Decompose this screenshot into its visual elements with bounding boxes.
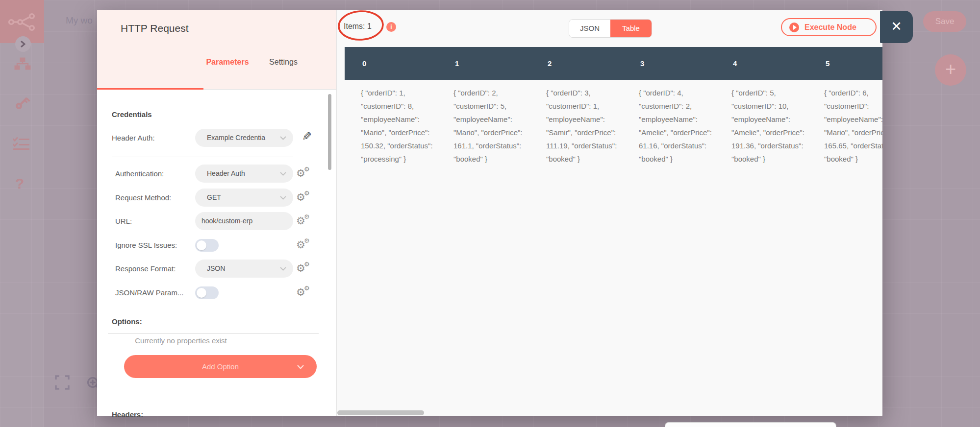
field-label: JSON/RAW Param...	[115, 284, 183, 302]
field-options-gear-icon[interactable]: ⚙⚙	[296, 166, 314, 181]
credential-label: Header Auth:	[112, 129, 155, 147]
table-cell: { "orderID": 6, "customerID": "employeeN…	[808, 80, 882, 197]
table-cell: { "orderID": 5, "customerID": 10, "emplo…	[715, 80, 808, 197]
output-view-toggle: JSON Table	[569, 19, 652, 38]
view-toggle-table[interactable]: Table	[610, 20, 652, 37]
ignore-ssl-toggle[interactable]	[195, 239, 219, 252]
field-label: Response Format:	[115, 260, 176, 278]
workflow-sitemap-icon[interactable]	[14, 57, 31, 73]
credentials-section-title: Credentials	[112, 110, 152, 119]
node-settings-panel: HTTP Request Parameters Settings Credent…	[97, 10, 336, 416]
output-table-row: { "orderID": 1, "customerID": 8, "employ…	[345, 80, 882, 197]
field-row-response-format: Response Format: JSON ⚙⚙	[112, 260, 323, 278]
toggle-knob	[197, 240, 206, 250]
column-header: 5	[808, 47, 882, 80]
chevron-down-icon	[280, 267, 286, 271]
view-toggle-json[interactable]: JSON	[569, 20, 610, 37]
field-value: GET	[207, 193, 221, 201]
info-icon[interactable]: i	[386, 22, 396, 32]
field-row-request-method: Request Method: GET ⚙⚙	[112, 189, 323, 207]
checklist-icon[interactable]	[13, 137, 29, 152]
column-header: 1	[437, 47, 530, 80]
key-icon[interactable]	[13, 94, 31, 114]
table-cell: { "orderID": 2, "customerID": 5, "employ…	[437, 80, 530, 197]
save-button[interactable]: Save	[923, 11, 966, 32]
field-label: Authentication:	[115, 165, 164, 183]
tab-parameters[interactable]: Parameters	[203, 58, 252, 67]
sidebar-collapse-button[interactable]	[15, 36, 31, 52]
response-format-select[interactable]: JSON	[195, 260, 293, 278]
table-cell: { "orderID": 3, "customerID": 1, "employ…	[530, 80, 623, 197]
field-label: Request Method:	[115, 189, 171, 207]
field-value: JSON	[207, 264, 225, 272]
field-options-gear-icon[interactable]: ⚙⚙	[296, 285, 314, 300]
play-icon	[789, 23, 799, 32]
divider	[112, 157, 293, 157]
table-cell: { "orderID": 4, "customerID": 2, "employ…	[623, 80, 715, 197]
field-options-gear-icon[interactable]: ⚙⚙	[296, 261, 314, 276]
parameters-scrollbar[interactable]	[328, 94, 331, 170]
divider	[108, 333, 319, 334]
node-output-panel: Items: 1 i JSON Table Execute Node 0 1 2…	[336, 10, 882, 416]
field-row-ignore-ssl: Ignore SSL Issues: ⚙⚙	[112, 236, 323, 254]
column-header: 0	[345, 47, 437, 80]
request-method-select[interactable]: GET	[195, 189, 293, 207]
column-header: 4	[715, 47, 808, 80]
credential-select[interactable]: Example Credentia	[195, 129, 293, 147]
url-input[interactable]: hook/custom-erp	[195, 212, 293, 230]
credential-value: Example Credentia	[207, 134, 265, 142]
field-row-json-raw: JSON/RAW Param... ⚙⚙	[112, 284, 323, 302]
node-title: HTTP Request	[121, 23, 189, 34]
execute-node-label: Execute Node	[804, 23, 856, 32]
table-cell: { "orderID": 1, "customerID": 8, "employ…	[345, 80, 437, 197]
tab-baseline	[203, 89, 336, 90]
items-count-label: Items: 1	[344, 22, 372, 31]
field-label: URL:	[115, 212, 132, 230]
add-option-label: Add Option	[202, 362, 239, 371]
field-options-gear-icon[interactable]: ⚙⚙	[296, 190, 314, 205]
bottom-partial-popup	[665, 422, 836, 427]
chevron-down-icon	[280, 136, 286, 140]
credential-row: Header Auth: Example Credentia ✎	[112, 129, 323, 147]
field-options-gear-icon[interactable]: ⚙⚙	[296, 238, 314, 253]
app-sidebar: ?	[0, 0, 44, 427]
output-table-header: 0 1 2 3 4 5	[345, 47, 882, 80]
field-options-gear-icon[interactable]: ⚙⚙	[296, 214, 314, 229]
column-header: 2	[530, 47, 623, 80]
field-row-url: URL: hook/custom-erp ⚙⚙	[112, 212, 323, 230]
chevron-down-icon	[280, 196, 286, 200]
node-detail-modal: HTTP Request Parameters Settings Credent…	[97, 10, 882, 416]
fit-view-icon[interactable]	[55, 375, 70, 392]
active-tab-underline	[97, 88, 203, 90]
plus-icon: +	[945, 59, 956, 79]
authentication-select[interactable]: Header Auth	[195, 165, 293, 183]
add-option-button[interactable]: Add Option	[124, 355, 317, 378]
field-value: Header Auth	[207, 169, 245, 177]
toggle-knob	[197, 288, 206, 298]
chevron-down-icon	[280, 172, 286, 176]
output-horizontal-scrollbar[interactable]	[337, 410, 424, 415]
headers-section-title: Headers:	[112, 410, 143, 419]
column-header: 3	[623, 47, 715, 80]
edit-credential-pencil-icon[interactable]: ✎	[302, 130, 312, 143]
tab-settings[interactable]: Settings	[259, 58, 308, 67]
options-section-title: Options:	[112, 317, 142, 326]
close-modal-button[interactable]: ✕	[880, 11, 913, 43]
execute-node-button[interactable]: Execute Node	[781, 18, 877, 36]
node-header: HTTP Request Parameters Settings	[97, 10, 336, 90]
help-question-icon[interactable]: ?	[15, 175, 24, 192]
json-raw-toggle[interactable]	[195, 286, 219, 299]
options-empty-text: Currently no properties exist	[124, 336, 238, 345]
workflow-title: My wo	[66, 15, 93, 26]
close-icon: ✕	[891, 19, 902, 34]
field-row-authentication: Authentication: Header Auth ⚙⚙	[112, 165, 323, 183]
add-node-button[interactable]: +	[935, 54, 966, 86]
field-label: Ignore SSL Issues:	[115, 236, 177, 254]
